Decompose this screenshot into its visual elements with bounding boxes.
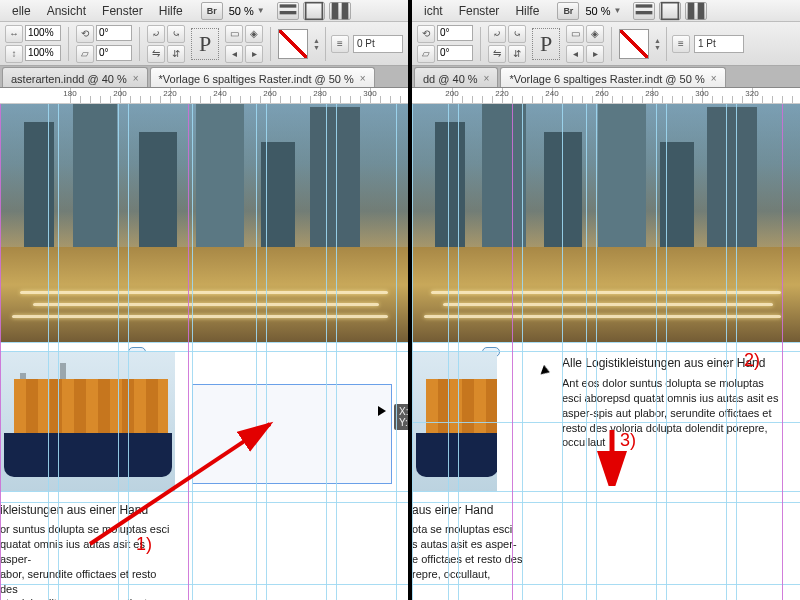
ruler-tick-label: 280 [313,89,326,98]
rotate-icon[interactable]: ⟲ [76,25,94,43]
stroke-weight-field[interactable]: 1 Pt [694,35,744,53]
svg-rect-10 [698,2,705,19]
menu-item[interactable]: Hilfe [151,2,191,20]
control-bar: ↔ 100% ↕ 100% ⟲ 0° ▱ 0° ⤾ ⤿ [0,22,408,66]
character-proxy-icon[interactable]: P [532,28,560,60]
svg-rect-3 [331,2,338,19]
svg-rect-0 [279,4,296,7]
character-proxy-icon[interactable]: P [191,28,219,60]
svg-rect-1 [279,11,296,14]
close-icon[interactable]: × [360,73,366,84]
fill-none-swatch[interactable] [619,29,649,59]
ruler-tick-label: 320 [745,89,758,98]
menu-item[interactable]: icht [416,2,451,20]
arrange-icon[interactable] [685,2,707,20]
menu-item[interactable]: Ansicht [39,2,94,20]
flip-h-icon[interactable]: ⇋ [488,45,506,63]
chevron-down-icon: ▼ [257,6,265,15]
ruler-tick-label: 300 [695,89,708,98]
zoom-dropdown[interactable]: 50 % ▼ [585,5,621,17]
select-container-icon[interactable]: ▭ [566,25,584,43]
close-icon[interactable]: × [133,73,139,84]
flip-v-icon[interactable]: ⇵ [508,45,526,63]
close-icon[interactable]: × [711,73,717,84]
document-canvas[interactable]: aus einer Hand ota se moluptas esci s au… [412,104,800,600]
image-frame-city[interactable] [0,104,408,342]
zoom-dropdown[interactable]: 50 % ▼ [229,5,265,17]
ruler-tick-label: 200 [445,89,458,98]
heading: Alle Logistikleistungen aus einer Hand [562,356,780,370]
shear-field[interactable]: 0° [96,45,132,61]
stroke-weight-field[interactable]: 0 Pt [353,35,403,53]
view-options-icon[interactable] [277,2,299,20]
rotate-cw-icon[interactable]: ⤾ [488,25,506,43]
svg-rect-4 [341,2,348,19]
text-frame-fragment[interactable]: ikleistungen aus einer Hand or suntus do… [0,502,175,600]
document-tab[interactable]: *Vorlage 6 spaltiges Raster.indt @ 50 % … [150,67,375,87]
document-canvas[interactable]: ikleistungen aus einer Hand or suntus do… [0,104,408,600]
ruler-tick-label: 260 [595,89,608,98]
flip-h-icon[interactable]: ⇋ [147,45,165,63]
coord-x: X: 2 [399,406,408,417]
menu-item[interactable]: elle [4,2,39,20]
tab-label: *Vorlage 6 spaltiges Raster.indt @ 50 % [509,73,704,85]
document-tab-strip: asterarten.indd @ 40 % × *Vorlage 6 spal… [0,66,408,88]
close-icon[interactable]: × [484,73,490,84]
shear-icon[interactable]: ▱ [417,45,435,63]
rotate-ccw-icon[interactable]: ⤿ [508,25,526,43]
image-frame-ship[interactable] [412,351,497,491]
document-tab[interactable]: dd @ 40 % × [414,67,498,87]
document-tab[interactable]: asterarten.indd @ 40 % × [2,67,148,87]
image-frame-city[interactable] [412,104,800,342]
menu-item[interactable]: Hilfe [507,2,547,20]
document-tab[interactable]: *Vorlage 6 spaltiges Raster.indt @ 50 % … [500,67,725,87]
svg-rect-8 [662,2,679,19]
chevron-down-icon: ▼ [613,6,621,15]
stroke-weight-icon: ≡ [331,35,349,53]
select-next-icon[interactable]: ▸ [586,45,604,63]
ruler-tick-label: 180 [63,89,76,98]
select-next-icon[interactable]: ▸ [245,45,263,63]
svg-rect-2 [305,2,322,19]
rotate-field[interactable]: 0° [437,25,473,41]
flip-v-icon[interactable]: ⇵ [167,45,185,63]
scale-x-field[interactable]: 100% [25,25,61,41]
svg-rect-6 [636,4,653,7]
shear-icon[interactable]: ▱ [76,45,94,63]
view-options-icon[interactable] [633,2,655,20]
screen-mode-icon[interactable] [303,2,325,20]
menu-item[interactable]: Fenster [451,2,508,20]
fill-dropdown-icon[interactable]: ▲▼ [313,37,320,51]
ruler-tick-label: 220 [495,89,508,98]
menu-bar: elle Ansicht Fenster Hilfe Br 50 % ▼ [0,0,408,22]
rotate-ccw-icon[interactable]: ⤿ [167,25,185,43]
new-text-frame[interactable] [192,384,392,484]
menu-item[interactable]: Fenster [94,2,151,20]
select-prev-icon[interactable]: ◂ [225,45,243,63]
tab-label: *Vorlage 6 spaltiges Raster.indt @ 50 % [159,73,354,85]
fill-dropdown-icon[interactable]: ▲▼ [654,37,661,51]
scale-x-icon[interactable]: ↔ [5,25,23,43]
select-content-icon[interactable]: ◈ [245,25,263,43]
ruler-tick-label: 280 [645,89,658,98]
bridge-button[interactable]: Br [201,2,223,20]
tab-label: dd @ 40 % [423,73,478,85]
rotate-field[interactable]: 0° [96,25,132,41]
rotate-cw-icon[interactable]: ⤾ [147,25,165,43]
text-frame[interactable]: Alle Logistikleistungen aus einer Hand A… [562,356,780,450]
heading: ikleistungen aus einer Hand [0,502,175,518]
select-prev-icon[interactable]: ◂ [566,45,584,63]
rotate-icon[interactable]: ⟲ [417,25,435,43]
ruler-tick-label: 220 [163,89,176,98]
scale-y-icon[interactable]: ↕ [5,45,23,63]
arrange-icon[interactable] [329,2,351,20]
fill-none-swatch[interactable] [278,29,308,59]
bridge-button[interactable]: Br [557,2,579,20]
scale-y-field[interactable]: 100% [25,45,61,61]
text-frame-fragment[interactable]: aus einer Hand ota se moluptas esci s au… [412,502,532,582]
select-container-icon[interactable]: ▭ [225,25,243,43]
select-content-icon[interactable]: ◈ [586,25,604,43]
shear-field[interactable]: 0° [437,45,473,61]
screen-mode-icon[interactable] [659,2,681,20]
image-frame-ship[interactable] [0,351,175,491]
